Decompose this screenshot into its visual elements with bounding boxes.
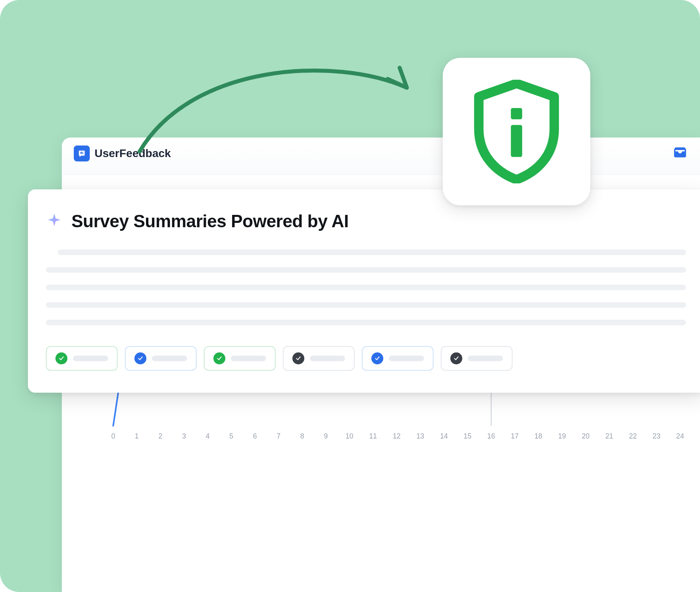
svg-text:9: 9 — [324, 432, 328, 440]
svg-text:5: 5 — [229, 432, 233, 440]
svg-rect-0 — [80, 152, 81, 154]
sparkle-icon — [46, 213, 63, 230]
stage-background: UserFeedback 50 25 01234567891011121 — [0, 0, 700, 592]
svg-text:10: 10 — [345, 432, 353, 440]
svg-text:22: 22 — [629, 432, 637, 440]
svg-text:19: 19 — [558, 432, 566, 440]
status-chip[interactable] — [362, 346, 434, 371]
check-icon — [213, 352, 225, 364]
shield-badge — [443, 58, 590, 205]
brand-logo-icon — [74, 146, 90, 161]
svg-text:15: 15 — [463, 432, 471, 440]
svg-text:8: 8 — [300, 432, 304, 440]
svg-text:16: 16 — [487, 432, 495, 440]
summary-title: Survey Summaries Powered by AI — [71, 211, 349, 231]
check-icon — [292, 352, 304, 364]
skeleton-line — [46, 320, 686, 325]
status-chip[interactable] — [204, 346, 276, 371]
check-icon — [55, 352, 67, 364]
status-chip[interactable] — [441, 346, 513, 371]
check-icon — [371, 352, 383, 364]
status-chip[interactable] — [125, 346, 197, 371]
svg-rect-2 — [83, 152, 83, 154]
svg-text:11: 11 — [369, 432, 377, 440]
svg-text:7: 7 — [276, 432, 280, 440]
svg-text:14: 14 — [440, 432, 448, 440]
svg-rect-32 — [511, 108, 522, 119]
svg-text:18: 18 — [534, 432, 542, 440]
svg-text:12: 12 — [393, 432, 401, 440]
svg-text:21: 21 — [605, 432, 613, 440]
svg-rect-33 — [511, 125, 522, 157]
status-chip[interactable] — [283, 346, 355, 371]
chip-skeleton — [73, 356, 108, 361]
skeleton-line — [58, 250, 686, 255]
svg-text:1: 1 — [135, 432, 139, 440]
brand-name: UserFeedback — [95, 147, 171, 160]
inbox-icon[interactable] — [672, 145, 688, 162]
svg-text:23: 23 — [653, 432, 661, 440]
check-icon — [450, 352, 462, 364]
summary-header: Survey Summaries Powered by AI — [46, 211, 686, 231]
app-header: UserFeedback — [62, 138, 700, 175]
check-icon — [134, 352, 146, 364]
summary-skeleton — [46, 250, 686, 325]
shield-icon — [465, 80, 568, 183]
summary-card: Survey Summaries Powered by AI — [28, 189, 700, 393]
svg-text:0: 0 — [111, 432, 115, 440]
skeleton-line — [46, 267, 686, 273]
skeleton-line — [46, 285, 686, 290]
status-chip[interactable] — [46, 346, 118, 371]
svg-text:17: 17 — [511, 432, 519, 440]
chip-skeleton — [152, 356, 187, 361]
svg-rect-1 — [81, 151, 82, 154]
chip-skeleton — [389, 356, 424, 361]
chip-skeleton — [231, 356, 266, 361]
svg-text:2: 2 — [158, 432, 162, 440]
svg-text:4: 4 — [206, 432, 210, 440]
brand[interactable]: UserFeedback — [74, 146, 171, 161]
svg-text:3: 3 — [182, 432, 186, 440]
svg-text:24: 24 — [676, 432, 684, 440]
svg-text:13: 13 — [416, 432, 424, 440]
chip-skeleton — [310, 356, 345, 361]
chips-row — [46, 346, 686, 371]
svg-text:20: 20 — [582, 432, 590, 440]
chip-skeleton — [468, 356, 503, 361]
skeleton-line — [46, 302, 686, 308]
svg-text:6: 6 — [253, 432, 257, 440]
